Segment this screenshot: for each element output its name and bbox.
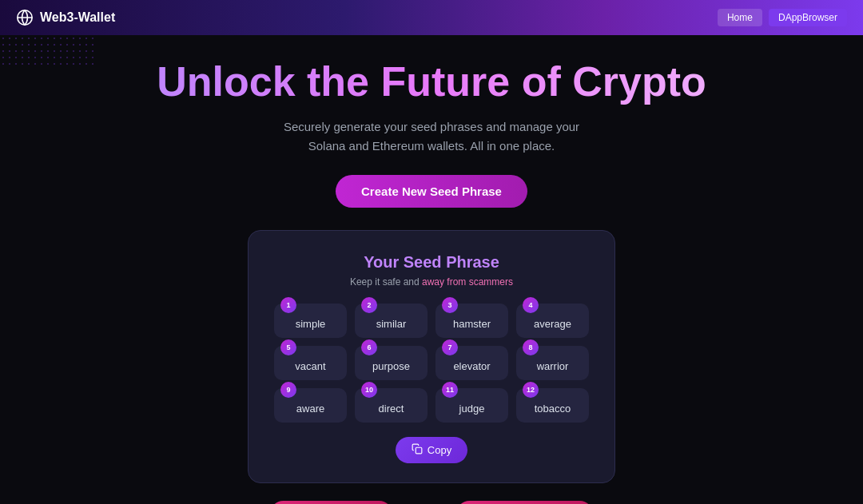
word-number: 1	[280, 297, 296, 313]
app-title: Web3-Wallet	[40, 10, 115, 25]
add-solana-button[interactable]: Add Solana Wallet	[270, 501, 392, 504]
home-nav-button[interactable]: Home	[718, 9, 762, 26]
copy-button[interactable]: Copy	[396, 437, 467, 463]
seed-phrase-card: Your Seed Phrase Keep it safe and away f…	[248, 230, 615, 483]
seed-phrase-title: Your Seed Phrase	[274, 253, 589, 272]
word-number: 11	[442, 382, 458, 398]
word-text: elevator	[453, 360, 490, 372]
subtitle-warning: away from scammers	[422, 276, 513, 288]
hero-subtitle: Securely generate your seed phrases and …	[264, 117, 599, 156]
word-cell: 10direct	[355, 388, 428, 423]
header-left: Web3-Wallet	[16, 9, 115, 26]
globe-icon	[16, 9, 34, 26]
copy-label: Copy	[428, 444, 451, 456]
word-text: vacant	[295, 360, 325, 372]
word-text: judge	[459, 403, 485, 415]
seed-phrase-subtitle: Keep it safe and away from scammers	[274, 276, 589, 288]
word-text: aware	[296, 403, 324, 415]
word-number: 5	[280, 339, 296, 355]
word-text: average	[534, 318, 571, 330]
word-cell: 7elevator	[435, 346, 508, 380]
header-nav: Home DAppBrowser	[718, 9, 847, 26]
word-text: tobacco	[535, 403, 571, 415]
bottom-buttons: Add Solana Wallet Add Ethereum Wallet	[270, 501, 592, 504]
word-number: 3	[442, 297, 458, 313]
word-number: 4	[523, 297, 539, 313]
header: Web3-Wallet Home DAppBrowser	[0, 0, 863, 35]
word-number: 10	[361, 382, 377, 398]
word-number: 6	[361, 339, 377, 355]
create-seed-button[interactable]: Create New Seed Phrase	[336, 175, 527, 208]
word-number: 8	[523, 339, 539, 355]
copy-icon	[412, 443, 423, 457]
word-cell: 2similar	[355, 304, 428, 338]
bg-decoration	[0, 35, 96, 67]
word-cell: 9aware	[274, 388, 347, 423]
main-content: Unlock the Future of Crypto Securely gen…	[0, 35, 863, 504]
word-number: 9	[280, 382, 296, 398]
svg-rect-1	[416, 447, 422, 454]
word-text: hamster	[453, 318, 491, 330]
word-number: 12	[523, 382, 539, 398]
word-text: warrior	[537, 360, 569, 372]
word-cell: 6purpose	[355, 346, 428, 380]
add-ethereum-button[interactable]: Add Ethereum Wallet	[456, 501, 592, 504]
words-grid: 1simple2similar3hamster4average5vacant6p…	[274, 304, 589, 423]
hero-title: Unlock the Future of Crypto	[157, 59, 706, 105]
word-text: similar	[376, 318, 407, 330]
word-cell: 5vacant	[274, 346, 347, 380]
word-text: simple	[296, 318, 326, 330]
subtitle-text: Keep it safe and	[350, 276, 422, 288]
word-cell: 4average	[516, 304, 589, 338]
dapp-nav-button[interactable]: DAppBrowser	[769, 9, 847, 26]
word-cell: 1simple	[274, 304, 347, 338]
word-text: direct	[379, 403, 404, 415]
word-text: purpose	[372, 360, 410, 372]
word-cell: 8warrior	[516, 346, 589, 380]
word-cell: 11judge	[435, 388, 508, 423]
word-number: 7	[442, 339, 458, 355]
word-number: 2	[361, 297, 377, 313]
word-cell: 12tobacco	[516, 388, 589, 423]
word-cell: 3hamster	[435, 304, 508, 338]
